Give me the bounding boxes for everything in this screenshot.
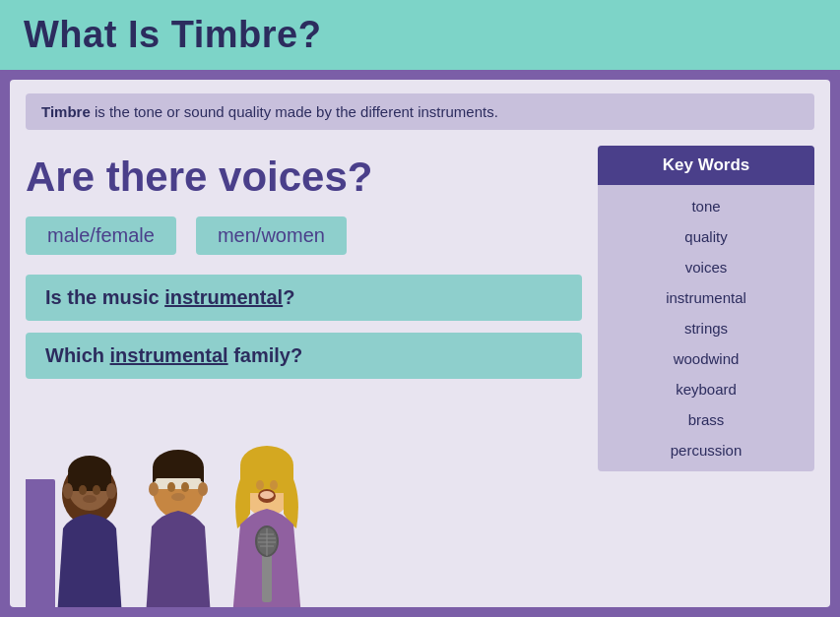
svg-point-9 bbox=[106, 483, 116, 499]
svg-point-26 bbox=[260, 491, 274, 499]
svg-rect-4 bbox=[68, 471, 111, 491]
family-underline: instrumental bbox=[110, 344, 228, 366]
title-bar: What Is Timbre? bbox=[0, 0, 840, 70]
key-word-3: instrumental bbox=[598, 282, 814, 313]
svg-point-15 bbox=[167, 482, 175, 492]
key-words-list: tone quality voices instrumental strings… bbox=[598, 185, 814, 471]
music-prefix: Is the music bbox=[45, 286, 164, 308]
music-question-box: Is the music instrumental? bbox=[26, 275, 582, 321]
voice-tag-0: male/female bbox=[26, 216, 176, 255]
singers-illustration bbox=[26, 401, 341, 607]
main-question: Are there voices? bbox=[26, 154, 582, 201]
voices-row: male/female men/women bbox=[26, 216, 582, 255]
svg-point-24 bbox=[270, 480, 278, 490]
key-words-panel: Key Words tone quality voices instrument… bbox=[598, 146, 814, 471]
left-panel: Are there voices? male/female men/women … bbox=[26, 146, 582, 607]
key-word-6: keyboard bbox=[598, 374, 814, 404]
definition-rest: is the tone or sound quality made by the… bbox=[91, 103, 498, 120]
main-body: Are there voices? male/female men/women … bbox=[26, 146, 814, 607]
music-underline: instrumental bbox=[164, 286, 283, 308]
key-word-8: percussion bbox=[598, 435, 814, 465]
svg-point-16 bbox=[181, 482, 189, 492]
svg-point-18 bbox=[149, 482, 159, 496]
svg-point-7 bbox=[83, 495, 97, 503]
key-word-4: strings bbox=[598, 313, 814, 343]
key-word-2: voices bbox=[598, 252, 814, 282]
family-suffix: family? bbox=[228, 344, 303, 366]
key-word-0: tone bbox=[598, 191, 814, 221]
key-words-header: Key Words bbox=[598, 146, 814, 185]
timbre-word: Timbre bbox=[41, 103, 91, 120]
svg-point-23 bbox=[256, 480, 264, 490]
svg-point-6 bbox=[93, 485, 100, 495]
svg-point-17 bbox=[171, 493, 185, 501]
illustration-area bbox=[26, 401, 341, 607]
music-suffix: ? bbox=[283, 286, 294, 308]
family-prefix: Which bbox=[45, 344, 110, 366]
family-question-box: Which instrumental family? bbox=[26, 333, 582, 379]
svg-point-5 bbox=[79, 485, 87, 495]
key-word-5: woodwind bbox=[598, 343, 814, 374]
voice-tag-1: men/women bbox=[196, 216, 347, 255]
svg-rect-14 bbox=[156, 478, 201, 483]
definition-box: Timbre is the tone or sound quality made… bbox=[26, 93, 814, 130]
svg-rect-0 bbox=[26, 479, 55, 607]
content-area: Timbre is the tone or sound quality made… bbox=[10, 80, 830, 607]
key-word-1: quality bbox=[598, 221, 814, 252]
page-wrapper: What Is Timbre? Timbre is the tone or so… bbox=[0, 0, 840, 617]
svg-point-8 bbox=[63, 483, 73, 499]
svg-point-19 bbox=[198, 482, 208, 496]
key-word-7: brass bbox=[598, 404, 814, 435]
page-title: What Is Timbre? bbox=[24, 14, 816, 56]
